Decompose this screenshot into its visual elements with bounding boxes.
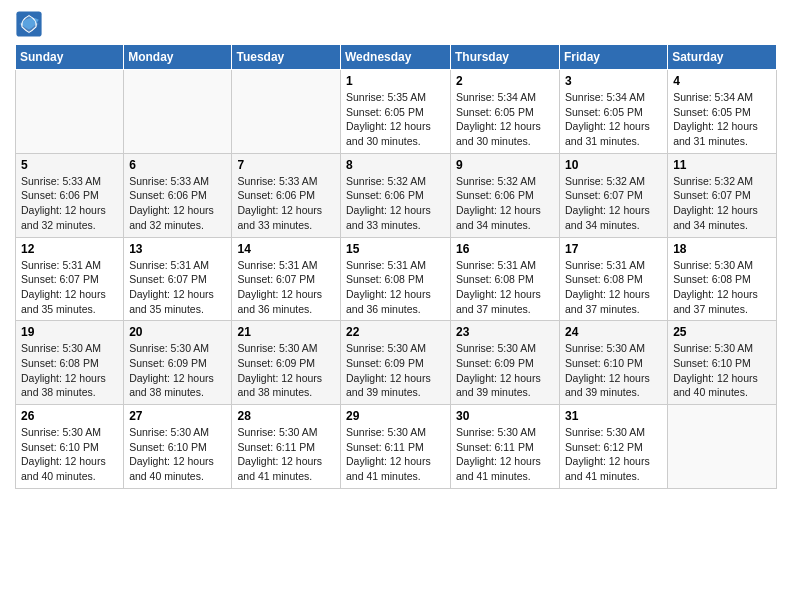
day-number: 2: [456, 74, 554, 88]
day-info: Sunrise: 5:30 AMSunset: 6:11 PMDaylight:…: [346, 425, 445, 484]
weekday-header: Wednesday: [341, 45, 451, 70]
calendar-table: SundayMondayTuesdayWednesdayThursdayFrid…: [15, 44, 777, 489]
day-info: Sunrise: 5:31 AMSunset: 6:07 PMDaylight:…: [129, 258, 226, 317]
day-number: 12: [21, 242, 118, 256]
calendar-cell: 4Sunrise: 5:34 AMSunset: 6:05 PMDaylight…: [668, 70, 777, 154]
day-info: Sunrise: 5:32 AMSunset: 6:07 PMDaylight:…: [565, 174, 662, 233]
day-number: 6: [129, 158, 226, 172]
calendar-body: 1Sunrise: 5:35 AMSunset: 6:05 PMDaylight…: [16, 70, 777, 489]
day-number: 3: [565, 74, 662, 88]
calendar-week-row: 5Sunrise: 5:33 AMSunset: 6:06 PMDaylight…: [16, 153, 777, 237]
calendar-cell: 9Sunrise: 5:32 AMSunset: 6:06 PMDaylight…: [451, 153, 560, 237]
calendar-week-row: 1Sunrise: 5:35 AMSunset: 6:05 PMDaylight…: [16, 70, 777, 154]
day-number: 23: [456, 325, 554, 339]
day-info: Sunrise: 5:30 AMSunset: 6:09 PMDaylight:…: [456, 341, 554, 400]
day-info: Sunrise: 5:30 AMSunset: 6:09 PMDaylight:…: [237, 341, 335, 400]
calendar-cell: 21Sunrise: 5:30 AMSunset: 6:09 PMDayligh…: [232, 321, 341, 405]
calendar-cell: 31Sunrise: 5:30 AMSunset: 6:12 PMDayligh…: [560, 405, 668, 489]
day-info: Sunrise: 5:30 AMSunset: 6:08 PMDaylight:…: [673, 258, 771, 317]
day-info: Sunrise: 5:31 AMSunset: 6:07 PMDaylight:…: [21, 258, 118, 317]
day-info: Sunrise: 5:34 AMSunset: 6:05 PMDaylight:…: [456, 90, 554, 149]
day-info: Sunrise: 5:31 AMSunset: 6:08 PMDaylight:…: [346, 258, 445, 317]
calendar-cell: 5Sunrise: 5:33 AMSunset: 6:06 PMDaylight…: [16, 153, 124, 237]
calendar-cell: 15Sunrise: 5:31 AMSunset: 6:08 PMDayligh…: [341, 237, 451, 321]
page-header: [15, 10, 777, 38]
day-info: Sunrise: 5:33 AMSunset: 6:06 PMDaylight:…: [129, 174, 226, 233]
weekday-header: Sunday: [16, 45, 124, 70]
day-number: 16: [456, 242, 554, 256]
day-info: Sunrise: 5:31 AMSunset: 6:07 PMDaylight:…: [237, 258, 335, 317]
calendar-cell: [124, 70, 232, 154]
day-number: 24: [565, 325, 662, 339]
calendar-cell: 1Sunrise: 5:35 AMSunset: 6:05 PMDaylight…: [341, 70, 451, 154]
weekday-header: Tuesday: [232, 45, 341, 70]
day-number: 31: [565, 409, 662, 423]
day-number: 26: [21, 409, 118, 423]
calendar-cell: 12Sunrise: 5:31 AMSunset: 6:07 PMDayligh…: [16, 237, 124, 321]
day-number: 8: [346, 158, 445, 172]
calendar-cell: 7Sunrise: 5:33 AMSunset: 6:06 PMDaylight…: [232, 153, 341, 237]
calendar-cell: 11Sunrise: 5:32 AMSunset: 6:07 PMDayligh…: [668, 153, 777, 237]
weekday-header: Friday: [560, 45, 668, 70]
calendar-cell: 8Sunrise: 5:32 AMSunset: 6:06 PMDaylight…: [341, 153, 451, 237]
day-info: Sunrise: 5:32 AMSunset: 6:07 PMDaylight:…: [673, 174, 771, 233]
calendar-cell: 18Sunrise: 5:30 AMSunset: 6:08 PMDayligh…: [668, 237, 777, 321]
calendar-cell: 28Sunrise: 5:30 AMSunset: 6:11 PMDayligh…: [232, 405, 341, 489]
day-number: 25: [673, 325, 771, 339]
day-info: Sunrise: 5:30 AMSunset: 6:10 PMDaylight:…: [673, 341, 771, 400]
calendar-cell: 24Sunrise: 5:30 AMSunset: 6:10 PMDayligh…: [560, 321, 668, 405]
day-number: 22: [346, 325, 445, 339]
day-number: 30: [456, 409, 554, 423]
calendar-header-row: SundayMondayTuesdayWednesdayThursdayFrid…: [16, 45, 777, 70]
day-info: Sunrise: 5:30 AMSunset: 6:09 PMDaylight:…: [346, 341, 445, 400]
calendar-cell: 30Sunrise: 5:30 AMSunset: 6:11 PMDayligh…: [451, 405, 560, 489]
day-number: 7: [237, 158, 335, 172]
day-info: Sunrise: 5:34 AMSunset: 6:05 PMDaylight:…: [673, 90, 771, 149]
calendar-cell: [668, 405, 777, 489]
calendar-cell: 2Sunrise: 5:34 AMSunset: 6:05 PMDaylight…: [451, 70, 560, 154]
day-info: Sunrise: 5:30 AMSunset: 6:10 PMDaylight:…: [129, 425, 226, 484]
day-number: 13: [129, 242, 226, 256]
logo: [15, 10, 47, 38]
calendar-cell: 13Sunrise: 5:31 AMSunset: 6:07 PMDayligh…: [124, 237, 232, 321]
calendar-cell: 19Sunrise: 5:30 AMSunset: 6:08 PMDayligh…: [16, 321, 124, 405]
day-number: 19: [21, 325, 118, 339]
day-number: 20: [129, 325, 226, 339]
day-number: 5: [21, 158, 118, 172]
day-info: Sunrise: 5:30 AMSunset: 6:09 PMDaylight:…: [129, 341, 226, 400]
day-number: 4: [673, 74, 771, 88]
weekday-header: Thursday: [451, 45, 560, 70]
day-number: 29: [346, 409, 445, 423]
day-number: 11: [673, 158, 771, 172]
calendar-cell: 29Sunrise: 5:30 AMSunset: 6:11 PMDayligh…: [341, 405, 451, 489]
weekday-header: Saturday: [668, 45, 777, 70]
day-info: Sunrise: 5:34 AMSunset: 6:05 PMDaylight:…: [565, 90, 662, 149]
calendar-week-row: 12Sunrise: 5:31 AMSunset: 6:07 PMDayligh…: [16, 237, 777, 321]
calendar-cell: 16Sunrise: 5:31 AMSunset: 6:08 PMDayligh…: [451, 237, 560, 321]
day-number: 21: [237, 325, 335, 339]
calendar-week-row: 26Sunrise: 5:30 AMSunset: 6:10 PMDayligh…: [16, 405, 777, 489]
day-number: 14: [237, 242, 335, 256]
day-info: Sunrise: 5:30 AMSunset: 6:11 PMDaylight:…: [237, 425, 335, 484]
day-info: Sunrise: 5:31 AMSunset: 6:08 PMDaylight:…: [565, 258, 662, 317]
calendar-cell: [232, 70, 341, 154]
calendar-cell: 20Sunrise: 5:30 AMSunset: 6:09 PMDayligh…: [124, 321, 232, 405]
calendar-cell: 22Sunrise: 5:30 AMSunset: 6:09 PMDayligh…: [341, 321, 451, 405]
calendar-week-row: 19Sunrise: 5:30 AMSunset: 6:08 PMDayligh…: [16, 321, 777, 405]
day-info: Sunrise: 5:30 AMSunset: 6:08 PMDaylight:…: [21, 341, 118, 400]
calendar-cell: [16, 70, 124, 154]
calendar-cell: 10Sunrise: 5:32 AMSunset: 6:07 PMDayligh…: [560, 153, 668, 237]
day-info: Sunrise: 5:33 AMSunset: 6:06 PMDaylight:…: [237, 174, 335, 233]
day-number: 27: [129, 409, 226, 423]
calendar-cell: 27Sunrise: 5:30 AMSunset: 6:10 PMDayligh…: [124, 405, 232, 489]
weekday-header: Monday: [124, 45, 232, 70]
day-info: Sunrise: 5:33 AMSunset: 6:06 PMDaylight:…: [21, 174, 118, 233]
day-number: 10: [565, 158, 662, 172]
calendar-cell: 6Sunrise: 5:33 AMSunset: 6:06 PMDaylight…: [124, 153, 232, 237]
calendar-cell: 17Sunrise: 5:31 AMSunset: 6:08 PMDayligh…: [560, 237, 668, 321]
calendar-cell: 25Sunrise: 5:30 AMSunset: 6:10 PMDayligh…: [668, 321, 777, 405]
day-info: Sunrise: 5:32 AMSunset: 6:06 PMDaylight:…: [456, 174, 554, 233]
calendar-cell: 23Sunrise: 5:30 AMSunset: 6:09 PMDayligh…: [451, 321, 560, 405]
day-info: Sunrise: 5:35 AMSunset: 6:05 PMDaylight:…: [346, 90, 445, 149]
day-info: Sunrise: 5:32 AMSunset: 6:06 PMDaylight:…: [346, 174, 445, 233]
